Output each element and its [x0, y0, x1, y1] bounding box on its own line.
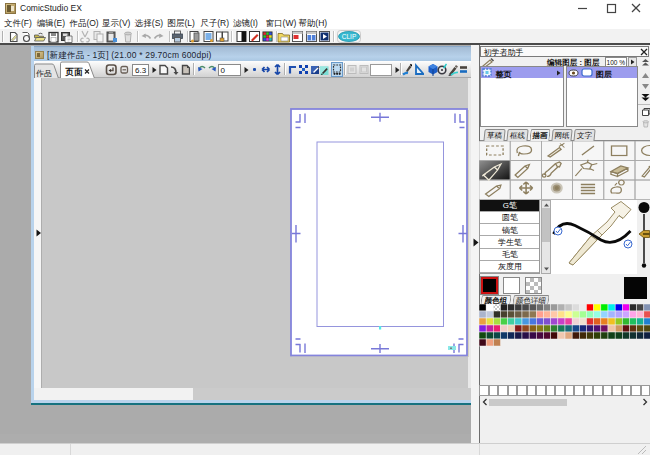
- svg-text:CLIP: CLIP: [342, 33, 356, 40]
- svg-text:作品: 作品: [35, 68, 52, 77]
- svg-text:页面: 页面: [65, 66, 84, 76]
